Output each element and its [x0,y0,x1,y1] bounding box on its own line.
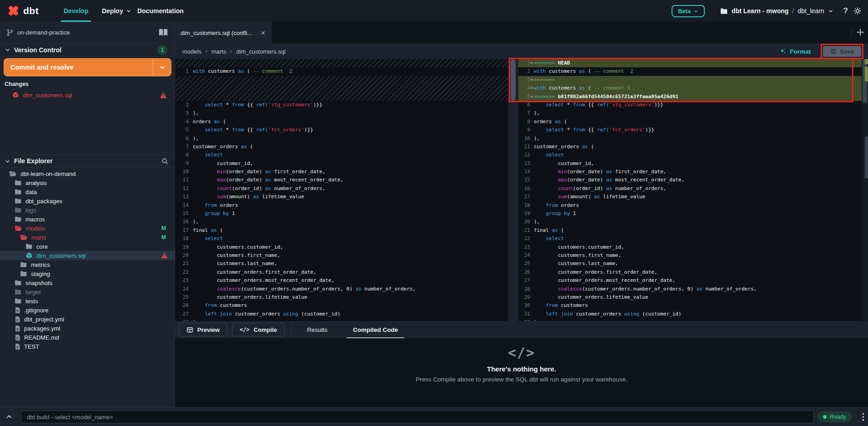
file-tree-item[interactable]: core [0,242,175,251]
preview-button[interactable]: Preview [179,323,227,336]
file-tree-item[interactable]: modelsM [0,224,175,233]
code-line[interactable]: 22 select [518,235,862,243]
code-line[interactable]: 6), [175,135,508,143]
code-line[interactable]: 13 customer_id, [518,160,862,168]
file-tree-item[interactable]: metrics [0,260,175,269]
code-line[interactable]: 27 left join customer_orders using (cust… [175,310,508,318]
commit-dropdown[interactable] [153,59,171,76]
code-line[interactable]: 3), [175,109,508,117]
kebab-menu-icon[interactable] [862,412,864,421]
code-line[interactable]: 30 from customers [518,301,862,310]
code-line[interactable]: 2 with customers as ( -- comment 2 [518,67,862,75]
file-tree-item[interactable]: README.md [0,333,175,342]
code-line[interactable]: 15 group by 1 [175,210,508,218]
code-line[interactable]: 9 select * from {{ ref('fct_orders')}} [518,126,862,134]
help-icon[interactable]: ? [843,6,848,15]
code-line[interactable]: 18 from orders [518,201,862,210]
code-line[interactable]: 10 min(order_date) as first_order_date, [175,168,508,176]
gear-icon[interactable] [853,7,862,15]
dbt-logo[interactable]: dbt [7,5,39,17]
file-tree-item[interactable]: martsM [0,233,175,242]
code-line[interactable]: 1+<<<<<<< HEAD [518,59,862,67]
tab-dim-customers[interactable]: dim_customers.sql (confli... [175,22,271,44]
code-line[interactable]: 15 max(order_date) as most_recent_order_… [518,176,862,184]
code-line[interactable]: 4orders as ( [175,118,508,126]
code-line[interactable]: 22 customer_orders.first_order_date, [175,268,508,276]
compile-button[interactable]: </> Compile [232,323,285,336]
code-line[interactable]: 23 customer_orders.most_recent_order_dat… [175,276,508,285]
code-line[interactable]: 25 customer_orders.lifetime_value [175,293,508,301]
code-line[interactable]: 19 group by 1 [518,210,862,218]
file-tree-item[interactable]: dbt-learn-on-demand [0,169,175,178]
code-line[interactable]: 6 select * from {{ ref('stg_customers')}… [518,101,862,109]
code-line[interactable]: 16 count(order_id) as number_of_orders, [518,185,862,193]
file-tree-item[interactable]: TEST [0,342,175,351]
code-line[interactable]: 11 max(order_date) as most_recent_order_… [175,176,508,184]
file-tree-item[interactable]: .gitignore [0,306,175,315]
code-line[interactable]: 4+with customers as ( -- comment 1 [518,84,862,92]
chevron-up-icon[interactable] [5,413,13,421]
code-line[interactable]: 11 customer_orders as ( [518,143,862,151]
close-icon[interactable] [261,30,266,35]
code-line[interactable]: 12 select [518,151,862,159]
file-tree-item[interactable]: snapshots [0,278,175,287]
file-tree-item[interactable]: logs [0,205,175,215]
code-line[interactable]: 17final as ( [175,226,508,235]
nav-tab-develop[interactable]: Develop [64,0,88,22]
save-button[interactable]: Save [823,46,861,57]
code-line[interactable]: 27 customer_orders.most_recent_order_dat… [518,276,862,285]
new-tab-plus-icon[interactable] [855,27,866,38]
file-explorer-header[interactable]: File Explorer [0,155,175,167]
nav-tab-documentation[interactable]: Documentation [137,0,184,22]
code-line[interactable]: 2 select * from {{ ref('stg_customers')}… [175,101,508,109]
right-scrollbar[interactable] [862,59,868,321]
code-line[interactable]: 13 sum(amount) as lifetime_value [175,193,508,201]
file-tree-item[interactable]: macros [0,215,175,224]
code-line[interactable]: 29 customer_orders.lifetime_value [518,293,862,301]
breadcrumb-item[interactable]: marts [211,48,226,55]
code-line[interactable]: 9 customer_id, [175,160,508,168]
status-badge[interactable]: Ready [818,411,852,422]
code-line[interactable]: 5 select * from {{ ref('fct_orders')}} [175,126,508,134]
code-line[interactable]: 21 customers.last_name, [175,260,508,268]
code-line[interactable]: 8 select [175,151,508,159]
command-input[interactable] [21,411,814,423]
file-tree-item[interactable]: dim_customers.sql [0,251,175,260]
commit-and-resolve-button[interactable]: Commit and resolve [4,58,171,76]
code-line[interactable]: 24 coalesce(customer_orders.number_of_or… [175,285,508,293]
breadcrumb-item[interactable]: dim_customers.sql [236,48,285,55]
code-line[interactable]: 31 left join customer_orders using (cust… [518,310,862,318]
code-line[interactable]: 24 customers.first_name, [518,251,862,260]
pane-divider[interactable] [508,59,518,321]
nav-tab-deploy[interactable]: Deploy [102,0,131,22]
file-tree-item[interactable]: dbt_project.yml [0,315,175,324]
code-line[interactable]: 25 customers.last_name, [518,260,862,268]
tab-compiled-code[interactable]: Compiled Code [351,321,400,338]
file-tree-item[interactable]: target [0,287,175,296]
code-line[interactable]: 1with customers as ( -- comment 2 [175,67,508,75]
file-tree-item[interactable]: staging [0,269,175,278]
code-line[interactable]: 26 from customers [175,301,508,310]
editor-pane-right[interactable]: 1+<<<<<<< HEAD2 with customers as ( -- c… [518,59,862,321]
code-line[interactable]: 14 min(order_date) as first_order_date, [518,168,862,176]
code-line[interactable]: 26 customer_orders.first_order_date, [518,268,862,276]
docs-book-icon[interactable] [158,28,168,37]
tab-results[interactable]: Results [305,321,329,338]
changed-file-row[interactable]: dim_customers.sql [0,89,175,101]
file-tree-item[interactable]: tests [0,296,175,306]
code-line[interactable]: 7 ), [518,109,862,117]
code-line[interactable]: 14 from orders [175,201,508,210]
beta-dropdown[interactable]: Beta [672,5,705,17]
file-tree-item[interactable]: dbt_packages [0,196,175,205]
version-control-header[interactable]: Version Control 1 [0,44,175,56]
code-line[interactable]: 3+======= [518,76,862,84]
code-line[interactable]: 7customer_orders as ( [175,143,508,151]
breadcrumb-item[interactable]: models [182,48,201,55]
code-line[interactable]: 19 customers.customer_id, [175,243,508,251]
search-icon[interactable] [161,157,169,165]
code-line[interactable]: 12 count(order_id) as number_of_orders, [175,185,508,193]
code-line[interactable]: 18 select [175,235,508,243]
code-line[interactable]: 8 orders as ( [518,118,862,126]
code-line[interactable]: 5+>>>>>>> b81f802a66fd544504c65721e3ffaa… [518,93,862,101]
code-line[interactable]: 17 sum(amount) as lifetime_value [518,193,862,201]
